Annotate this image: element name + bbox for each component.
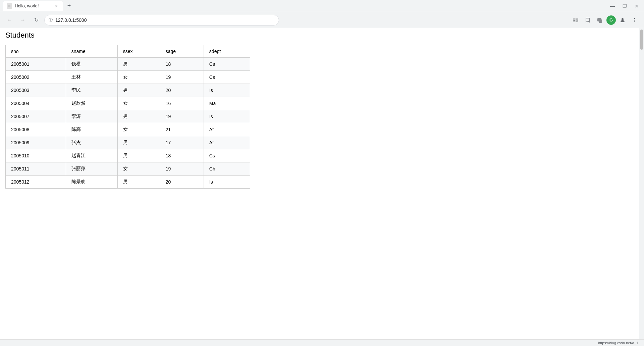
svg-text:文: 文 xyxy=(576,19,578,21)
address-bar[interactable]: ⓘ 127.0.0.1:5000 xyxy=(44,15,279,26)
menu-button[interactable] xyxy=(629,15,640,26)
cell-7-2: 男 xyxy=(117,149,160,162)
svg-point-6 xyxy=(622,18,624,20)
cell-5-4: At xyxy=(204,123,250,136)
maximize-button[interactable]: ❐ xyxy=(620,1,629,11)
cell-1-4: Cs xyxy=(204,71,250,84)
cell-5-1: 陈高 xyxy=(66,123,117,136)
svg-point-9 xyxy=(634,21,635,22)
cell-4-0: 2005007 xyxy=(6,110,66,123)
svg-point-7 xyxy=(634,18,635,18)
cell-9-2: 男 xyxy=(117,176,160,189)
cell-3-2: 女 xyxy=(117,97,160,110)
cell-0-3: 18 xyxy=(160,58,204,71)
column-header-sage: sage xyxy=(160,45,204,58)
close-button[interactable]: ✕ xyxy=(632,1,641,11)
cell-3-0: 2005004 xyxy=(6,97,66,110)
table-body: 2005001钱横男18Cs2005002王林女19Cs2005003李民男20… xyxy=(6,58,250,189)
svg-text:A: A xyxy=(573,19,575,21)
bookmark-button[interactable] xyxy=(582,15,593,26)
cell-7-1: 赵青江 xyxy=(66,149,117,162)
security-icon: ⓘ xyxy=(49,17,53,23)
nav-actions: A 文 G xyxy=(570,15,640,26)
cell-3-4: Ma xyxy=(204,97,250,110)
page-content: Students snosnamessexsagesdept 2005001钱横… xyxy=(0,28,644,346)
cell-2-3: 20 xyxy=(160,84,204,97)
svg-rect-3 xyxy=(8,6,10,6)
cell-3-1: 赵欣然 xyxy=(66,97,117,110)
scrollbar[interactable] xyxy=(639,28,644,346)
cell-2-1: 李民 xyxy=(66,84,117,97)
cell-7-0: 2005010 xyxy=(6,149,66,162)
forward-button[interactable]: → xyxy=(17,15,28,26)
cell-9-1: 陈景欢 xyxy=(66,176,117,189)
cell-9-0: 2005012 xyxy=(6,176,66,189)
cell-8-1: 张丽萍 xyxy=(66,162,117,176)
cell-0-2: 男 xyxy=(117,58,160,71)
cell-1-1: 王林 xyxy=(66,71,117,84)
column-header-sdept: sdept xyxy=(204,45,250,58)
cell-4-1: 李涛 xyxy=(66,110,117,123)
tab-bar: Hello, world! × + xyxy=(3,0,74,12)
cell-1-3: 19 xyxy=(160,71,204,84)
cell-8-4: Ch xyxy=(204,162,250,176)
tab-close-button[interactable]: × xyxy=(54,3,59,9)
page-title: Students xyxy=(5,31,639,40)
window-controls: — ❐ ✕ xyxy=(608,1,641,11)
cell-2-0: 2005003 xyxy=(6,84,66,97)
tab-title-label: Hello, world! xyxy=(15,3,39,8)
cell-5-2: 女 xyxy=(117,123,160,136)
cell-6-3: 17 xyxy=(160,136,204,149)
svg-point-8 xyxy=(634,19,635,20)
table-row: 2005004赵欣然女16Ma xyxy=(6,97,250,110)
table-row: 2005008陈高女21At xyxy=(6,123,250,136)
scrollbar-thumb[interactable] xyxy=(640,30,643,50)
translate-button[interactable]: A 文 xyxy=(570,15,581,26)
table-row: 2005012陈景欢男20Is xyxy=(6,176,250,189)
cell-1-2: 女 xyxy=(117,71,160,84)
nav-bar: ← → ↻ ⓘ 127.0.0.1:5000 A 文 xyxy=(0,12,644,28)
table-row: 2005007李涛男19Is xyxy=(6,110,250,123)
extension-button[interactable] xyxy=(594,15,605,26)
cell-8-0: 2005011 xyxy=(6,162,66,176)
cell-5-3: 21 xyxy=(160,123,204,136)
cell-6-2: 男 xyxy=(117,136,160,149)
new-tab-button[interactable]: + xyxy=(64,1,74,11)
reload-button[interactable]: ↻ xyxy=(31,15,42,26)
column-header-sname: sname xyxy=(66,45,117,58)
cell-4-4: Is xyxy=(204,110,250,123)
cell-3-3: 16 xyxy=(160,97,204,110)
active-tab[interactable]: Hello, world! × xyxy=(3,1,63,11)
cell-4-3: 19 xyxy=(160,110,204,123)
svg-rect-1 xyxy=(8,5,11,5)
cell-7-4: Cs xyxy=(204,149,250,162)
cell-0-1: 钱横 xyxy=(66,58,117,71)
cell-8-3: 19 xyxy=(160,162,204,176)
students-table: snosnamessexsagesdept 2005001钱横男18Cs2005… xyxy=(5,45,250,189)
cell-8-2: 女 xyxy=(117,162,160,176)
cell-7-3: 18 xyxy=(160,149,204,162)
column-header-ssex: ssex xyxy=(117,45,160,58)
cell-9-4: Is xyxy=(204,176,250,189)
header-row: snosnamessexsagesdept xyxy=(6,45,250,58)
minimize-button[interactable]: — xyxy=(608,1,617,11)
cell-1-0: 2005002 xyxy=(6,71,66,84)
svg-rect-2 xyxy=(8,5,10,6)
table-header: snosnamessexsagesdept xyxy=(6,45,250,58)
table-row: 2005010赵青江男18Cs xyxy=(6,149,250,162)
status-url: https://blog.csdn.net/a_1... xyxy=(598,341,641,345)
title-bar: Hello, world! × + — ❐ ✕ xyxy=(0,0,644,12)
tab-page-icon xyxy=(7,3,12,9)
account-button[interactable] xyxy=(617,15,628,26)
table-row: 2005011张丽萍女19Ch xyxy=(6,162,250,176)
cell-6-4: At xyxy=(204,136,250,149)
table-row: 2005001钱横男18Cs xyxy=(6,58,250,71)
table-row: 2005002王林女19Cs xyxy=(6,71,250,84)
back-button[interactable]: ← xyxy=(4,15,15,26)
cell-2-2: 男 xyxy=(117,84,160,97)
cell-6-0: 2005009 xyxy=(6,136,66,149)
table-row: 2005009张杰男17At xyxy=(6,136,250,149)
cell-5-0: 2005008 xyxy=(6,123,66,136)
cell-6-1: 张杰 xyxy=(66,136,117,149)
profile-button[interactable]: G xyxy=(606,15,616,25)
